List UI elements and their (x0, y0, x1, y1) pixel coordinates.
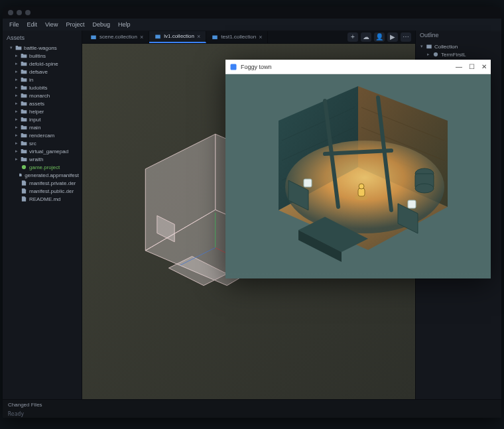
chevron-right-icon: ▸ (15, 149, 19, 154)
assets-folder-defold-spine[interactable]: ▸defold-spine (3, 60, 82, 68)
assets-file[interactable]: game.project (3, 163, 82, 171)
add-button[interactable]: + (347, 32, 358, 42)
chevron-right-icon: ▸ (15, 77, 19, 82)
assets-folder-label: defold-spine (29, 61, 58, 67)
folder-icon (15, 44, 22, 51)
assets-folder-label: helper (29, 109, 44, 115)
assets-folder-in[interactable]: ▸in (3, 76, 82, 84)
assets-folder-monarch[interactable]: ▸monarch (3, 92, 82, 99)
outline-item[interactable]: ▸ TermFirstL (416, 50, 501, 58)
game-preview-window: Foggy town — ☐ ✕ (225, 60, 491, 278)
svg-point-0 (22, 165, 26, 169)
svg-rect-41 (408, 200, 416, 208)
editor-tab-bar: scene.collection×lv1.collection×test1.co… (82, 31, 415, 44)
folder-icon (21, 92, 27, 99)
maximize-button[interactable]: ☐ (469, 63, 475, 70)
assets-folder-src[interactable]: ▸src (3, 139, 82, 147)
menu-help[interactable]: Help (118, 21, 131, 28)
assets-folder-ludobits[interactable]: ▸ludobits (3, 84, 82, 92)
assets-file-label: manifest.public.der (29, 188, 74, 194)
assets-folder-main[interactable]: ▸main (3, 123, 82, 131)
close-button[interactable]: ✕ (481, 63, 487, 70)
assets-root-folder[interactable]: ▾ battle-wagons (3, 44, 82, 52)
assets-folder-label: input (29, 117, 40, 123)
menu-view[interactable]: View (45, 21, 58, 28)
assets-folder-rendercam[interactable]: ▸rendercam (3, 131, 82, 139)
traffic-close-icon[interactable] (8, 10, 13, 15)
menu-project[interactable]: Project (66, 21, 84, 28)
svg-rect-38 (358, 188, 365, 196)
close-icon[interactable]: × (197, 33, 200, 40)
play-button[interactable]: ▶ (387, 32, 398, 42)
assets-folder-defsave[interactable]: ▸defsave (3, 68, 82, 76)
menu-file[interactable]: File (9, 21, 19, 28)
assets-file[interactable]: README.md (3, 195, 82, 203)
editor-tab[interactable]: test1.collection× (206, 31, 268, 43)
assets-file-label: generated.appmanifest (25, 172, 79, 178)
cloud-button[interactable]: ☁ (361, 32, 371, 42)
assets-folder-label: monarch (29, 93, 50, 99)
assets-folder-label: src (29, 141, 36, 147)
assets-folder-helper[interactable]: ▸helper (3, 107, 82, 115)
folder-icon (21, 140, 27, 147)
game-titlebar[interactable]: Foggy town — ☐ ✕ (225, 60, 491, 74)
svg-rect-13 (426, 45, 432, 49)
window-titlebar (3, 7, 501, 19)
assets-folder-wraith[interactable]: ▸wraith (3, 155, 82, 163)
more-button[interactable]: ⋯ (401, 32, 411, 42)
assets-file[interactable]: manifest.public.der (3, 187, 82, 195)
status-text: Ready (3, 410, 501, 418)
svg-point-33 (415, 184, 434, 193)
folder-icon (21, 148, 27, 154)
folder-icon (21, 52, 27, 59)
tab-label: test1.collection (221, 34, 256, 40)
chevron-down-icon: ▾ (420, 44, 424, 49)
outline-root-label: Collection (434, 44, 458, 50)
minimize-button[interactable]: — (456, 63, 462, 70)
editor-tab[interactable]: scene.collection× (85, 31, 149, 43)
traffic-max-icon[interactable] (25, 10, 31, 15)
assets-file-label: game.project (29, 164, 60, 170)
outline-root[interactable]: ▾ Collection (416, 42, 501, 50)
assets-folder-label: builtins (29, 53, 46, 59)
folder-icon (21, 108, 27, 115)
assets-folder-assets[interactable]: ▸assets (3, 99, 82, 107)
folder-icon (21, 60, 27, 67)
assets-folder-label: assets (29, 101, 44, 107)
chevron-right-icon: ▸ (15, 125, 19, 130)
editor-tab[interactable]: lv1.collection× (149, 31, 206, 43)
menu-debug[interactable]: Debug (92, 21, 110, 28)
game-viewport[interactable] (225, 74, 491, 278)
traffic-min-icon[interactable] (17, 10, 22, 15)
assets-file[interactable]: generated.appmanifest (3, 171, 82, 179)
changed-files-tab[interactable]: Changed Files (3, 400, 501, 410)
assets-file-label: manifest.private.der (29, 180, 76, 186)
assets-folder-label: defsave (29, 69, 48, 75)
file-icon (19, 172, 23, 178)
game-window-title: Foggy town (241, 64, 272, 70)
close-icon[interactable]: × (259, 34, 262, 40)
gameobject-icon (432, 51, 439, 58)
user-button[interactable]: 👤 (374, 32, 385, 42)
assets-folder-input[interactable]: ▸input (3, 115, 82, 123)
folder-icon (21, 68, 27, 75)
folder-icon (21, 156, 27, 162)
chevron-right-icon: ▸ (15, 53, 19, 58)
close-icon[interactable]: × (140, 34, 143, 40)
assets-folder-builtins[interactable]: ▸builtins (3, 52, 82, 60)
chevron-right-icon: ▸ (15, 109, 19, 114)
chevron-right-icon: ▸ (15, 93, 19, 98)
outline-item-label: TermFirstL (441, 52, 466, 58)
assets-folder-label: virtual_gamepad (29, 149, 68, 154)
svg-point-14 (434, 52, 438, 56)
assets-file[interactable]: manifest.private.der (3, 179, 82, 187)
file-icon (21, 180, 27, 186)
svg-rect-1 (91, 35, 96, 39)
chevron-right-icon: ▸ (15, 141, 19, 146)
file-icon (21, 196, 27, 202)
assets-folder-label: main (29, 125, 40, 131)
assets-folder-label: in (29, 77, 33, 83)
assets-root-label: battle-wagons (24, 45, 57, 51)
menu-edit[interactable]: Edit (27, 21, 38, 28)
assets-folder-virtual_gamepad[interactable]: ▸virtual_gamepad (3, 147, 82, 155)
